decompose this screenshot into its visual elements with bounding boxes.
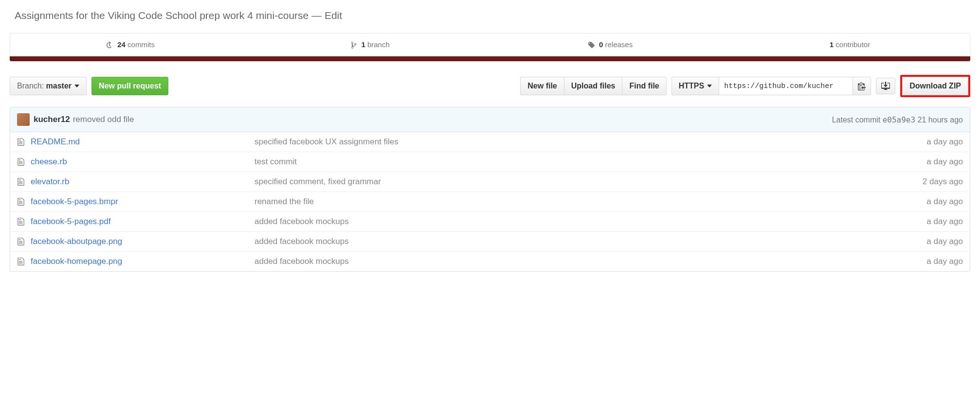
toolbar: Branch: master New pull request New file… <box>10 75 970 97</box>
file-link[interactable]: facebook-homepage.png <box>31 257 122 266</box>
branch-name: master <box>46 81 72 91</box>
protocol-select[interactable]: HTTPS <box>671 77 719 95</box>
file-link[interactable]: facebook-aboutpage.png <box>31 237 122 246</box>
download-zip-button[interactable]: Download ZIP <box>902 77 968 95</box>
stats-bar: 24 commits 1 branch 0 releases 1 contrib… <box>10 33 970 56</box>
clone-group: HTTPS <box>671 77 871 95</box>
file-age: a day ago <box>926 157 963 167</box>
clone-url-input[interactable] <box>719 77 853 95</box>
avatar[interactable] <box>17 113 30 126</box>
file-row: elevator.rbspecified comment, fixed gram… <box>10 172 970 192</box>
releases-count: 0 <box>599 40 603 49</box>
file-row: cheese.rbtest commita day ago <box>10 152 970 172</box>
file-age: a day ago <box>926 197 963 207</box>
new-file-button[interactable]: New file <box>520 77 563 95</box>
description-text: Assignments for the Viking Code School p… <box>15 10 309 21</box>
commit-sha[interactable]: e05a9e3 <box>883 115 915 124</box>
file-list-box: kucher12 removed odd file Latest commit … <box>10 107 970 272</box>
branch-select[interactable]: Branch: master <box>10 77 87 95</box>
desktop-download-icon <box>881 82 890 90</box>
file-icon <box>17 217 25 226</box>
file-age: a day ago <box>926 257 963 266</box>
file-commit-msg[interactable]: renamed the file <box>254 197 926 207</box>
repo-description: Assignments for the Viking Code School p… <box>10 10 970 21</box>
file-age: 2 days ago <box>923 177 963 187</box>
file-commit-msg[interactable]: added facebook mockups <box>254 217 926 226</box>
file-commit-msg[interactable]: specified comment, fixed grammar <box>254 177 923 187</box>
find-file-button[interactable]: Find file <box>622 77 666 95</box>
branch-prefix: Branch: <box>17 81 44 91</box>
file-link[interactable]: cheese.rb <box>31 157 67 166</box>
commit-when: 21 hours ago <box>918 116 963 124</box>
stats-releases[interactable]: 0 releases <box>490 34 730 56</box>
file-commit-msg[interactable]: test commit <box>254 157 926 167</box>
protocol-label: HTTPS <box>679 81 704 91</box>
file-commit-msg[interactable]: specified facebook UX assignment files <box>254 137 926 147</box>
branch-icon <box>350 41 357 49</box>
stats-commits[interactable]: 24 commits <box>10 34 250 56</box>
clipboard-icon <box>858 82 866 90</box>
file-commit-msg[interactable]: added facebook mockups <box>254 257 926 266</box>
language-bar <box>10 56 970 61</box>
caret-down-icon <box>74 85 79 87</box>
file-icon <box>17 257 25 266</box>
caret-down-icon <box>707 85 712 87</box>
branches-label: branch <box>367 40 390 49</box>
file-icon <box>17 138 25 146</box>
file-age: a day ago <box>926 137 963 147</box>
file-row: facebook-5-pages.pdfadded facebook mocku… <box>10 212 970 232</box>
file-icon <box>17 157 25 166</box>
file-row: facebook-homepage.pngadded facebook mock… <box>10 252 970 271</box>
stats-branches[interactable]: 1 branch <box>250 34 490 56</box>
commit-meta: Latest commit e05a9e3 21 hours ago <box>832 115 963 124</box>
stats-contributors[interactable]: 1 contributor <box>730 34 970 56</box>
file-icon <box>17 197 25 206</box>
file-link[interactable]: facebook-5-pages.pdf <box>31 217 110 226</box>
file-link[interactable]: README.md <box>31 137 80 146</box>
tag-icon <box>587 41 595 49</box>
commit-author[interactable]: kucher12 <box>34 115 70 124</box>
latest-commit-bar: kucher12 removed odd file Latest commit … <box>10 107 970 132</box>
commits-count: 24 <box>117 40 126 49</box>
commit-message[interactable]: removed odd file <box>73 115 134 124</box>
file-actions-group: New file Upload files Find file <box>520 77 666 95</box>
upload-files-button[interactable]: Upload files <box>564 77 622 95</box>
copy-url-button[interactable] <box>853 77 871 95</box>
branches-count: 1 <box>361 40 365 49</box>
latest-commit-label: Latest commit <box>832 116 881 124</box>
file-commit-msg[interactable]: added facebook mockups <box>254 237 926 246</box>
file-link[interactable]: facebook-5-pages.bmpr <box>31 197 118 206</box>
file-row: facebook-5-pages.bmprrenamed the filea d… <box>10 192 970 212</box>
contributors-label: contributor <box>835 40 870 49</box>
file-link[interactable]: elevator.rb <box>31 177 69 186</box>
file-age: a day ago <box>926 237 963 246</box>
file-icon <box>17 177 25 186</box>
commits-label: commits <box>127 40 155 49</box>
releases-label: releases <box>605 40 633 49</box>
history-icon <box>106 41 113 49</box>
file-row: facebook-aboutpage.pngadded facebook moc… <box>10 232 970 252</box>
download-zip-highlight: Download ZIP <box>900 75 970 97</box>
edit-link[interactable]: Edit <box>325 10 342 21</box>
new-pull-request-button[interactable]: New pull request <box>91 77 168 95</box>
contributors-count: 1 <box>830 40 834 49</box>
file-age: a day ago <box>926 217 963 226</box>
file-icon <box>17 237 25 246</box>
file-row: README.mdspecified facebook UX assignmen… <box>10 132 970 152</box>
open-desktop-button[interactable] <box>876 78 895 94</box>
